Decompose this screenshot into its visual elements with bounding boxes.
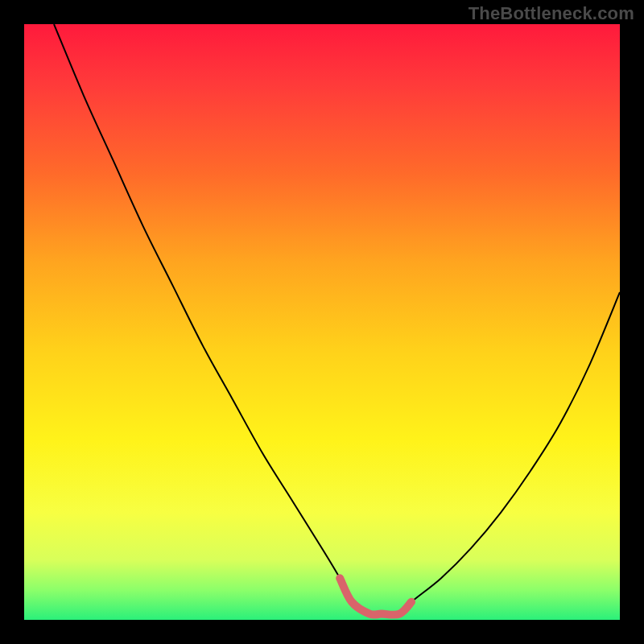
curve-svg xyxy=(24,24,620,620)
watermark-text: TheBottleneck.com xyxy=(469,3,634,24)
chart-frame: TheBottleneck.com xyxy=(0,0,644,644)
plot-area xyxy=(24,24,620,620)
highlight-band xyxy=(340,578,411,615)
bottleneck-curve xyxy=(54,24,620,615)
